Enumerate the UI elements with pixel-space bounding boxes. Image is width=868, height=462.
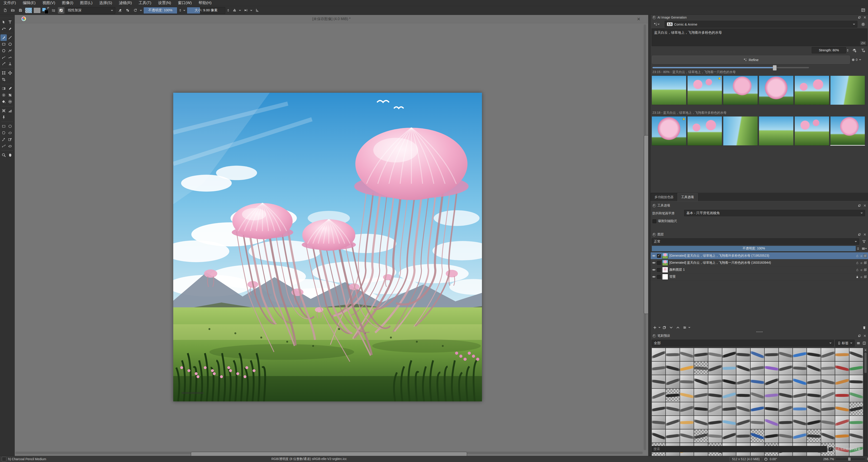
layer-locked-icon[interactable] xyxy=(856,275,859,279)
tool-move[interactable] xyxy=(7,70,13,76)
tool-select-bezier[interactable] xyxy=(0,143,7,149)
brush-search-input[interactable]: 搜索 xyxy=(652,446,827,452)
prompt-textarea[interactable]: 蓝天白云，绿草地上，飞翔着许多粉色的水母ZH xyxy=(652,29,867,46)
canvas-vertical-scrollbar[interactable] xyxy=(644,24,646,450)
brush-preset-cell[interactable] xyxy=(694,389,708,402)
prompt-language-badge[interactable]: ZH xyxy=(860,41,866,45)
tool-freehand-path[interactable] xyxy=(7,54,13,61)
document-size-label[interactable]: 512 x 512 (4.0 MiB) xyxy=(730,457,762,461)
menu-item-6[interactable]: 滤镜(R) xyxy=(116,0,135,6)
brush-preset-cell[interactable] xyxy=(821,361,835,375)
brush-preset-cell[interactable] xyxy=(680,375,694,389)
size-spin-arrows[interactable] xyxy=(227,7,230,14)
tool-ellipse[interactable] xyxy=(7,41,13,48)
layer-thumbnail[interactable] xyxy=(662,274,668,280)
brush-preset-cell[interactable] xyxy=(680,389,694,402)
brush-preset-cell[interactable] xyxy=(652,348,665,361)
brush-preset-cell[interactable] xyxy=(849,429,863,443)
gradient-chooser-button[interactable] xyxy=(25,7,32,13)
brush-preset-cell[interactable] xyxy=(779,348,793,361)
brush-preset-cell[interactable] xyxy=(665,361,680,375)
brush-preset-cell[interactable] xyxy=(736,375,750,389)
generated-image-thumbnail[interactable] xyxy=(795,116,829,146)
brush-preset-cell[interactable] xyxy=(765,402,778,415)
document-close-button[interactable]: ✕ xyxy=(636,16,641,22)
list-view-button[interactable] xyxy=(856,340,861,346)
inherit-alpha-icon[interactable] xyxy=(864,261,867,264)
generated-image-thumbnail[interactable] xyxy=(830,75,865,105)
brush-preset-cell[interactable] xyxy=(821,375,835,389)
queue-indicator[interactable]: 0 xyxy=(852,56,867,64)
close-panel-button[interactable] xyxy=(863,16,866,19)
tool-bezier-curve[interactable] xyxy=(0,54,7,61)
close-panel-button[interactable] xyxy=(863,204,866,207)
brush-preset-cell[interactable] xyxy=(708,361,722,375)
inherit-alpha-icon[interactable] xyxy=(864,254,867,257)
zoom-level-label[interactable]: 266.7% xyxy=(823,457,834,461)
add-layer-dropdown-arrow[interactable] xyxy=(658,327,661,329)
tool-assistants[interactable] xyxy=(0,107,7,114)
inherit-alpha-icon[interactable] xyxy=(864,275,867,278)
scroll-up-arrow[interactable]: ▲ xyxy=(864,348,867,352)
layer-thumbnail[interactable] xyxy=(662,267,668,273)
generated-image-thumbnail[interactable] xyxy=(830,116,865,146)
brush-preset-cell[interactable] xyxy=(750,429,765,443)
brush-preset-cell[interactable] xyxy=(793,402,807,415)
opacity-preset-arrow[interactable] xyxy=(183,10,185,12)
brush-preset-cell[interactable] xyxy=(652,415,665,429)
layer-filter-button[interactable] xyxy=(861,238,867,245)
brush-preset-cell[interactable] xyxy=(821,415,835,429)
generated-image-thumbnail[interactable] xyxy=(723,75,758,105)
brush-preset-cell[interactable] xyxy=(652,402,665,415)
tool-transform[interactable] xyxy=(0,70,7,76)
tool-multibrush[interactable] xyxy=(7,61,13,67)
brush-preset-cell[interactable] xyxy=(665,375,680,389)
snap-to-assistants-button[interactable] xyxy=(254,7,260,13)
brush-preset-cell[interactable] xyxy=(765,415,778,429)
brush-preset-cell[interactable] xyxy=(750,361,765,375)
brush-blending-mode-select[interactable]: 线性加深 xyxy=(66,7,115,14)
brush-preset-cell[interactable] xyxy=(821,429,835,443)
tool-text[interactable] xyxy=(7,19,13,25)
layer-row[interactable]: 颜料图层 1α xyxy=(651,267,868,273)
brush-preset-cell[interactable] xyxy=(807,348,821,361)
brush-preset-cell[interactable] xyxy=(736,415,750,429)
layer-properties-dropdown-arrow[interactable] xyxy=(688,327,690,329)
brush-preset-cell[interactable] xyxy=(849,402,863,415)
brush-preset-cell[interactable] xyxy=(652,429,665,443)
brush-preset-cell[interactable] xyxy=(779,429,793,443)
brush-preset-cell[interactable] xyxy=(680,429,694,443)
layer-visibility-eye-icon[interactable] xyxy=(652,275,656,279)
brush-preset-cell[interactable] xyxy=(722,375,736,389)
mirror-vertical-button[interactable] xyxy=(231,7,238,13)
brush-preset-cell[interactable] xyxy=(708,389,722,402)
brush-grid-scrollbar[interactable]: ▲ xyxy=(864,348,867,458)
opacity-options-arrow[interactable] xyxy=(140,10,142,12)
brush-preset-cell[interactable] xyxy=(821,389,835,402)
brush-preset-cell[interactable] xyxy=(694,375,708,389)
menu-item-0[interactable]: 文件(F) xyxy=(0,0,20,6)
layer-unlocked-icon[interactable] xyxy=(856,254,859,257)
opacity-spin-arrows[interactable] xyxy=(179,7,182,14)
brush-preset-cell[interactable] xyxy=(835,402,849,415)
brush-preset-cell[interactable] xyxy=(722,389,736,402)
brush-preset-cell[interactable] xyxy=(807,429,821,443)
strength-spinbox[interactable]: Strength: 80% xyxy=(812,47,846,53)
menu-item-1[interactable]: 编辑(E) xyxy=(20,0,39,6)
brush-preset-cell[interactable] xyxy=(779,361,793,375)
canvas-rotation-icon[interactable] xyxy=(764,457,768,461)
brush-preset-cell[interactable] xyxy=(793,429,807,443)
brush-preset-cell[interactable] xyxy=(793,415,807,429)
strength-slider-handle[interactable] xyxy=(773,65,777,70)
brush-preset-cell[interactable] xyxy=(750,389,765,402)
brush-preset-cell[interactable] xyxy=(665,415,680,429)
tool-reference-images[interactable] xyxy=(0,114,7,121)
brush-preset-cell[interactable] xyxy=(779,402,793,415)
smoothing-select[interactable]: 基本 - 只平滑笔画棱角 xyxy=(684,210,865,216)
brush-preset-cell[interactable] xyxy=(835,348,849,361)
brush-preset-cell[interactable] xyxy=(849,415,863,429)
layer-row[interactable]: [Generated] 蓝天白云，绿草地上，飞翔着许多粉色的水母 (719520… xyxy=(651,252,868,259)
brush-preset-cell[interactable] xyxy=(694,415,708,429)
brush-preset-cell[interactable] xyxy=(694,361,708,375)
brush-preset-cell[interactable] xyxy=(665,389,680,402)
